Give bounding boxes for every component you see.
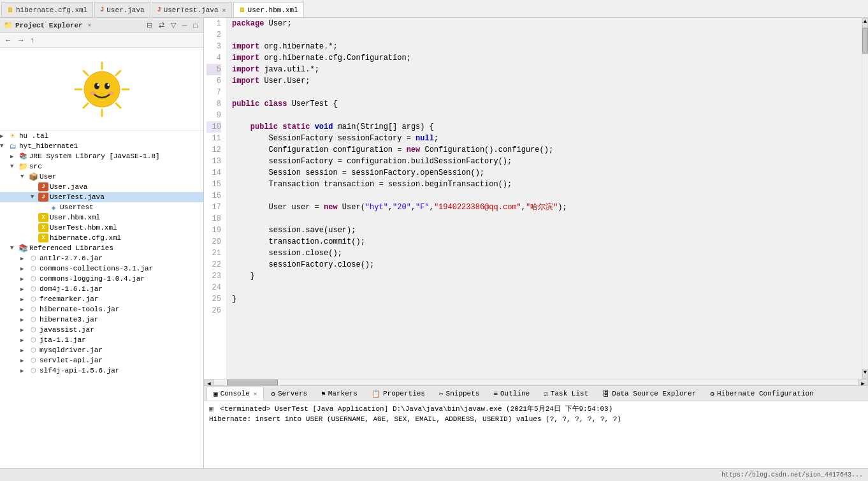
- code-editor-area: 1 2 3 4 5 6 7 8 9 10 11 12 13 14 15 16 1: [204, 18, 868, 468]
- tree-item-usertest-hbm[interactable]: X UserTest.hbm.xml: [0, 223, 203, 233]
- link-with-editor-button[interactable]: ⇄: [157, 20, 166, 30]
- panel-header: 📁 Project Explorer ✕ ⊟ ⇄ ▽ ─ □: [0, 18, 203, 33]
- project-explorer-panel: 📁 Project Explorer ✕ ⊟ ⇄ ▽ ─ □ ← → ↑: [0, 18, 204, 468]
- tree-item-slf4j[interactable]: ▶ ⬡ slf4j-api-1.5.6.jar: [0, 366, 203, 376]
- line-num: 8: [206, 98, 221, 110]
- tree-item-antlr[interactable]: ▶ ⬡ antlr-2.7.6.jar: [0, 253, 203, 263]
- tree-item-jta[interactable]: ▶ ⬡ jta-1.1.jar: [0, 335, 203, 345]
- line-num: 15: [206, 179, 221, 190]
- code-line-15: Transaction transaction = session.beginT…: [232, 179, 857, 190]
- tree-item-src[interactable]: ▼ 📁 src: [0, 161, 203, 172]
- tab-label: hibernate.cfg.xml: [16, 6, 87, 14]
- maximize-button[interactable]: □: [191, 20, 199, 30]
- hscroll-thumb[interactable]: [227, 380, 278, 385]
- tree-item-commons-collections[interactable]: ▶ ⬡ commons-collections-3.1.jar: [0, 263, 203, 274]
- close-icon[interactable]: ✕: [222, 6, 226, 14]
- hscroll-track[interactable]: [214, 380, 858, 385]
- tree-item-commons-logging[interactable]: ▶ ⬡ commons-logging-1.0.4.jar: [0, 274, 203, 284]
- horizontal-scrollbar[interactable]: ◀ ▶: [204, 379, 868, 385]
- tree-item-referenced-libs[interactable]: ▼ 📚 Referenced Libraries: [0, 243, 203, 253]
- tab-user-java[interactable]: J User.java: [94, 2, 150, 17]
- code-line-13: sessionFactory = configuration.buildSess…: [232, 156, 857, 167]
- close-icon[interactable]: ✕: [254, 390, 257, 397]
- jar-icon: ⬡: [28, 295, 38, 304]
- tree-item-mysqldriver[interactable]: ▶ ⬡ mysqldriver.jar: [0, 345, 203, 355]
- line-numbers: 1 2 3 4 5 6 7 8 9 10 11 12 13 14 15 16 1: [204, 18, 227, 379]
- collapse-all-button[interactable]: ⊟: [145, 20, 154, 30]
- tab-label: Properties: [383, 390, 425, 397]
- tab-properties[interactable]: 📋 Properties: [365, 387, 432, 401]
- line-num: 12: [206, 144, 221, 156]
- tree-item-servlet-api[interactable]: ▶ ⬡ servlet-api.jar: [0, 355, 203, 366]
- code-line-6: import User.User;: [232, 75, 857, 87]
- arrow-icon: ▶: [20, 316, 28, 323]
- tab-servers[interactable]: ⚙ Servers: [264, 387, 314, 401]
- scroll-track[interactable]: [862, 28, 868, 369]
- console-icon-small: ▣: [209, 405, 213, 413]
- line-num: 23: [206, 270, 221, 282]
- tab-user-hbm[interactable]: 🗎 User.hbm.xml: [233, 2, 304, 17]
- tab-usertest-java[interactable]: J UserTest.java ✕: [152, 2, 232, 17]
- tab-tasklist[interactable]: ☑ Task List: [537, 387, 595, 401]
- console-hibernate-text: Hibernate: insert into USER (USERNAME, A…: [209, 415, 621, 423]
- svg-point-11: [97, 84, 99, 86]
- tab-console[interactable]: ▣ Console ✕: [206, 387, 264, 401]
- tree-item-user-hbm[interactable]: X User.hbm.xml: [0, 212, 203, 223]
- tab-hibernate-config[interactable]: ⚙ Hibernate Configuration: [703, 387, 820, 401]
- tab-datasource[interactable]: 🗄 Data Source Explorer: [595, 387, 703, 401]
- tree-item-label: servlet-api.jar: [40, 357, 103, 364]
- tree-item-hibernate-cfg[interactable]: X hibernate.cfg.xml: [0, 233, 203, 243]
- line-num: 18: [206, 213, 221, 225]
- code-line-3: import org.hibernate.*;: [232, 41, 857, 52]
- minimize-button[interactable]: ─: [180, 20, 189, 30]
- line-num: 13: [206, 156, 221, 167]
- tree-item-label: User: [40, 173, 56, 181]
- back-button[interactable]: ←: [3, 34, 14, 46]
- tree-item-label: mysqldriver.jar: [40, 346, 103, 354]
- vertical-scrollbar[interactable]: ▲ ▼: [862, 18, 868, 379]
- console-line-terminated: ▣ <terminated> UserTest [Java Applicatio…: [209, 404, 863, 414]
- code-line-7: [232, 87, 857, 98]
- tree-item-label: slf4j-api-1.5.6.jar: [40, 367, 119, 374]
- svg-point-13: [90, 91, 96, 95]
- line-num: 17: [206, 202, 221, 213]
- tree-item-usertest-class[interactable]: ◈ UserTest: [0, 202, 203, 212]
- tree-item-label: commons-collections-3.1.jar: [40, 265, 153, 272]
- tree-item-hyt-hibernate1[interactable]: ▼ 🗂 hyt_hibernate1: [0, 141, 203, 151]
- arrow-icon: ▶: [20, 255, 28, 262]
- forward-button[interactable]: →: [15, 34, 27, 46]
- scroll-up-button[interactable]: ▲: [862, 18, 868, 28]
- line-num: 2: [206, 29, 221, 41]
- tree-item-label: UserTest: [60, 204, 94, 211]
- tab-outline[interactable]: ≡ Outline: [486, 387, 537, 401]
- tree-item-hibernate-tools[interactable]: ▶ ⬡ hibernate-tools.jar: [0, 304, 203, 314]
- tree-item-user-pkg[interactable]: ▼ 📦 User: [0, 172, 203, 182]
- tab-snippets[interactable]: ✂ Snippets: [432, 387, 486, 401]
- tree-item-hut-tal[interactable]: ▶ ☀ hu .tal: [0, 131, 203, 141]
- up-button[interactable]: ↑: [28, 34, 36, 46]
- tab-label: UserTest.java: [164, 6, 219, 14]
- tree-item-user-java[interactable]: J User.java: [0, 182, 203, 192]
- tree-item-freemarker[interactable]: ▶ ⬡ freemarker.jar: [0, 294, 203, 304]
- scroll-thumb[interactable]: [862, 28, 868, 54]
- scroll-right-button[interactable]: ▶: [858, 380, 868, 385]
- tab-markers[interactable]: ⚑ Markers: [314, 387, 365, 401]
- view-menu-button[interactable]: ▽: [169, 20, 178, 30]
- scroll-left-button[interactable]: ◀: [204, 380, 214, 385]
- tree-item-usertest-java[interactable]: ▼ J UserTest.java: [0, 192, 203, 202]
- scroll-down-button[interactable]: ▼: [862, 369, 868, 379]
- code-lines[interactable]: package User; import org.hibernate.*; im…: [227, 18, 862, 379]
- bottom-tab-bar: ▣ Console ✕ ⚙ Servers ⚑ Markers 📋 Pro: [204, 386, 868, 401]
- explorer-toolbar: ← → ↑: [0, 33, 203, 48]
- tree-item-dom4j[interactable]: ▶ ⬡ dom4j-1.6.1.jar: [0, 284, 203, 294]
- tree-item-javassist[interactable]: ▶ ⬡ javassist.jar: [0, 325, 203, 335]
- svg-line-8: [83, 103, 88, 108]
- code-line-12: Configuration configuration = new Config…: [232, 144, 857, 156]
- tree-item-label: hyt_hibernate1: [19, 142, 78, 150]
- tree-item-hibernate3[interactable]: ▶ ⬡ hibernate3.jar: [0, 314, 203, 325]
- arrow-icon: ▼: [10, 163, 18, 170]
- code-content[interactable]: 1 2 3 4 5 6 7 8 9 10 11 12 13 14 15 16 1: [204, 18, 868, 379]
- tab-hibernate-cfg[interactable]: 🗎 hibernate.cfg.xml: [1, 2, 93, 17]
- tree-item-jre[interactable]: ▶ 📚 JRE System Library [JavaSE-1.8]: [0, 151, 203, 161]
- tab-label: Markers: [328, 390, 358, 397]
